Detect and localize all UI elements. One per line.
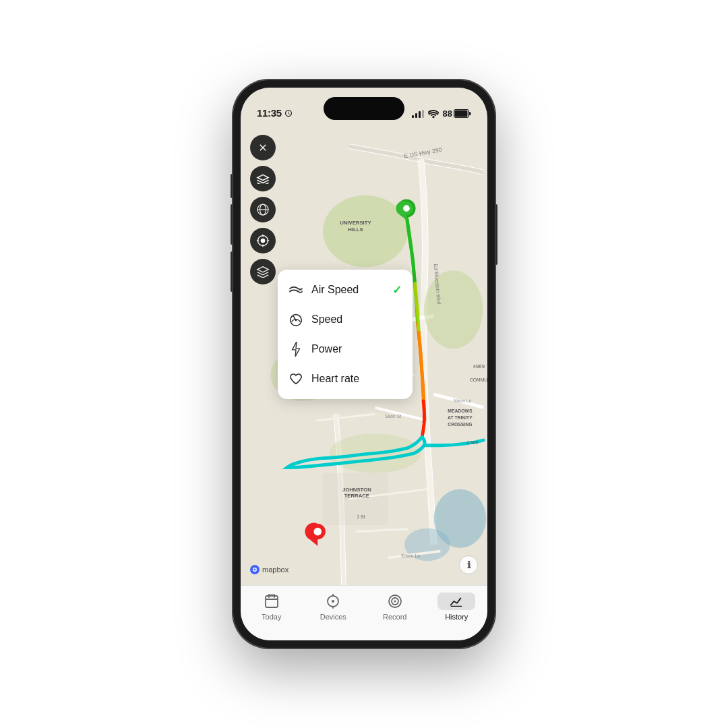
power-button[interactable]: [495, 204, 497, 265]
time-display: 11:35: [257, 107, 282, 119]
svg-rect-1: [469, 112, 471, 115]
tab-record[interactable]: Record: [364, 593, 426, 621]
signal-icon: [412, 110, 424, 118]
today-icon: [263, 593, 280, 610]
history-icon: [449, 594, 464, 609]
menu-item-speed[interactable]: Speed: [278, 305, 413, 334]
svg-point-4: [323, 195, 408, 268]
svg-marker-25: [257, 267, 268, 272]
svg-point-14: [403, 205, 410, 212]
tab-bar: Today Devices: [241, 585, 487, 640]
svg-point-19: [261, 239, 266, 243]
area-label-4969: 4 969: [466, 440, 478, 445]
svg-point-5: [424, 270, 483, 348]
phone-screen: 11:35 88: [241, 88, 487, 640]
svg-marker-29: [293, 342, 300, 357]
area-label-community: COMMUNITY: [470, 377, 487, 382]
air-speed-label: Air Speed: [311, 284, 384, 296]
dropdown-menu: Air Speed ✓ Speed: [278, 270, 413, 399]
mapbox-logo: mapbox: [250, 565, 289, 574]
area-label-number: 4969: [473, 363, 485, 369]
svg-rect-2: [455, 111, 468, 117]
svg-point-15: [313, 528, 322, 536]
map-layers-icon: [256, 173, 270, 184]
area-label-terrace: TERRACE: [344, 493, 369, 499]
menu-item-air-speed[interactable]: Air Speed ✓: [278, 275, 413, 305]
layers-button[interactable]: [250, 259, 276, 284]
record-tab-label: Record: [383, 613, 406, 621]
area-label-johnston: JOHNSTON: [342, 487, 371, 493]
history-icon-bg: [437, 593, 475, 610]
road-label-saon: Saon St: [385, 414, 401, 419]
info-button[interactable]: ℹ: [459, 555, 478, 574]
tab-history[interactable]: History: [426, 593, 488, 621]
battery-level: 88: [443, 109, 452, 119]
devices-icon: [324, 593, 342, 610]
svg-point-43: [394, 601, 396, 603]
speed-label: Speed: [311, 313, 402, 326]
area-label-crossing: CROSSING: [448, 422, 472, 427]
air-speed-icon: [289, 282, 303, 297]
mute-button[interactable]: [231, 174, 233, 198]
road-label-edwin: Edwin Ln: [401, 553, 420, 558]
status-right: 88: [412, 109, 471, 119]
close-icon: [257, 142, 268, 153]
layers-icon: [256, 266, 270, 278]
area-label-university: UNIVERSITY: [340, 220, 371, 226]
menu-item-power[interactable]: Power: [278, 334, 413, 364]
history-tab-label: History: [445, 613, 468, 621]
mapbox-icon: [250, 565, 260, 574]
volume-down-button[interactable]: [231, 251, 233, 292]
tab-devices[interactable]: Devices: [303, 593, 365, 621]
menu-item-heart-rate[interactable]: Heart rate: [278, 364, 413, 394]
area-label-hills: HILLS: [348, 226, 363, 233]
tab-today[interactable]: Today: [241, 593, 303, 621]
heart-rate-label: Heart rate: [311, 373, 402, 385]
power-icon: [289, 342, 303, 357]
devices-tab-label: Devices: [320, 613, 346, 621]
close-button[interactable]: [250, 135, 276, 160]
phone-wrapper: 11:35 88: [233, 80, 495, 648]
dynamic-island: [324, 97, 404, 120]
power-label: Power: [311, 343, 402, 355]
locate-button[interactable]: [250, 228, 276, 253]
svg-point-32: [254, 569, 256, 571]
record-icon: [386, 593, 404, 610]
3d-icon: [255, 204, 270, 216]
3d-button[interactable]: [250, 197, 276, 222]
air-speed-check: ✓: [392, 283, 402, 297]
svg-point-38: [332, 600, 334, 603]
left-toolbar: [250, 135, 276, 284]
wifi-icon: [428, 110, 439, 118]
svg-rect-33: [266, 596, 278, 607]
battery-icon: [454, 109, 471, 118]
volume-up-button[interactable]: [231, 204, 233, 245]
area-label-meadows: MEADOWS: [448, 408, 473, 413]
road-label-nixon: Nixon Ln: [454, 398, 472, 403]
speed-icon: [289, 312, 303, 327]
battery-indicator: 88: [443, 109, 471, 119]
map-layers-button[interactable]: [250, 166, 276, 191]
alarm-icon: [284, 109, 293, 117]
locate-icon: [256, 234, 270, 247]
status-time: 11:35: [257, 107, 293, 119]
today-tab-label: Today: [262, 613, 281, 621]
area-label-trinity: AT TRINITY: [448, 415, 473, 420]
mapbox-text: mapbox: [262, 566, 289, 574]
area-label-1st: 1 St: [357, 514, 365, 519]
heart-icon: [289, 371, 303, 386]
